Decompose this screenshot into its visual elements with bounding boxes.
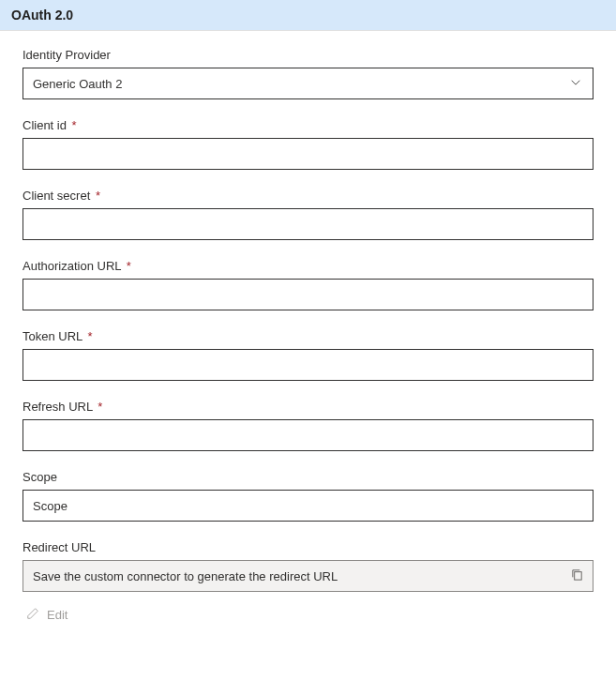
identity-provider-select[interactable]: Generic Oauth 2 bbox=[23, 68, 593, 99]
field-authorization-url: Authorization URL * bbox=[23, 259, 593, 310]
identity-provider-label: Identity Provider bbox=[23, 48, 593, 62]
authorization-url-label: Authorization URL * bbox=[23, 259, 593, 273]
redirect-url-wrapper: Save the custom connector to generate th… bbox=[23, 560, 593, 592]
edit-label: Edit bbox=[47, 608, 68, 622]
field-scope: Scope bbox=[23, 470, 593, 522]
section-title: OAuth 2.0 bbox=[11, 8, 73, 23]
refresh-url-label: Refresh URL * bbox=[23, 400, 593, 414]
field-redirect-url: Redirect URL Save the custom connector t… bbox=[23, 540, 593, 592]
authorization-url-input[interactable] bbox=[23, 279, 593, 310]
scope-label: Scope bbox=[23, 470, 593, 484]
client-id-input[interactable] bbox=[23, 138, 593, 170]
section-header: OAuth 2.0 bbox=[0, 0, 616, 31]
redirect-url-value: Save the custom connector to generate th… bbox=[23, 560, 593, 592]
client-id-label: Client id * bbox=[23, 118, 593, 132]
token-url-input[interactable] bbox=[23, 349, 593, 381]
required-mark: * bbox=[98, 400, 102, 414]
field-client-secret: Client secret * bbox=[23, 189, 593, 240]
scope-input[interactable] bbox=[23, 490, 593, 522]
required-mark: * bbox=[96, 189, 100, 203]
required-mark: * bbox=[72, 118, 77, 132]
oauth-form: Identity Provider Generic Oauth 2 Client… bbox=[0, 31, 616, 632]
copy-icon[interactable] bbox=[570, 567, 584, 584]
required-mark: * bbox=[127, 259, 131, 273]
field-identity-provider: Identity Provider Generic Oauth 2 bbox=[23, 48, 593, 99]
client-secret-label: Client secret * bbox=[23, 189, 593, 203]
edit-button[interactable]: Edit bbox=[23, 598, 593, 623]
field-client-id: Client id * bbox=[23, 118, 593, 170]
pencil-icon bbox=[26, 607, 39, 623]
identity-provider-value[interactable]: Generic Oauth 2 bbox=[23, 68, 593, 99]
field-refresh-url: Refresh URL * bbox=[23, 400, 593, 451]
token-url-label: Token URL * bbox=[23, 329, 593, 343]
redirect-url-label: Redirect URL bbox=[23, 540, 593, 554]
client-secret-input[interactable] bbox=[23, 208, 593, 240]
refresh-url-input[interactable] bbox=[23, 419, 593, 451]
field-token-url: Token URL * bbox=[23, 329, 593, 381]
required-mark: * bbox=[87, 329, 92, 343]
svg-rect-0 bbox=[575, 572, 582, 580]
